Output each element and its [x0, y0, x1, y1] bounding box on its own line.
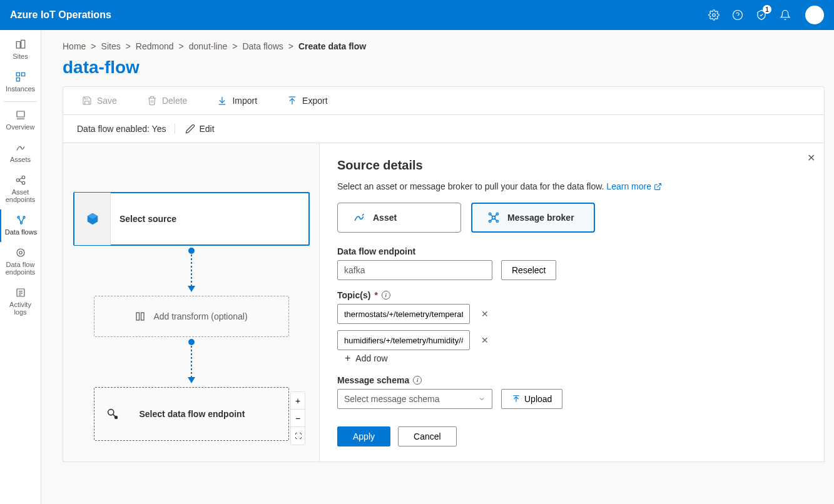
details-title: Source details [337, 158, 806, 173]
endpoint-node[interactable]: Select data flow endpoint [94, 387, 289, 441]
svg-rect-7 [16, 78, 19, 81]
svg-line-14 [19, 181, 22, 183]
sidebar-item-data-flows[interactable]: Data flows [0, 209, 41, 242]
chevron-down-icon [478, 395, 486, 403]
connector-arrow [191, 342, 192, 382]
toolbar: Save Delete Import Export [63, 86, 825, 115]
tab-message-broker[interactable]: Message broker [471, 203, 595, 233]
svg-line-42 [491, 219, 493, 221]
svg-line-13 [19, 178, 22, 179]
breadcrumb-link[interactable]: donut-line [189, 41, 228, 51]
svg-rect-3 [16, 42, 20, 49]
topic-input[interactable] [337, 304, 470, 324]
endpoint-input[interactable] [337, 260, 492, 280]
breadcrumb-link[interactable]: Redmond [136, 41, 174, 51]
breadcrumb-link[interactable]: Sites [101, 41, 121, 51]
help-icon[interactable] [731, 9, 744, 21]
breadcrumb-link[interactable]: Home [63, 41, 86, 51]
activity-logs-icon [15, 287, 26, 298]
svg-rect-8 [17, 111, 24, 117]
schema-select[interactable]: Select message schema [337, 389, 492, 409]
svg-line-43 [495, 219, 497, 221]
export-button[interactable]: Export [287, 96, 327, 106]
sidebar-item-asset-endpoints[interactable]: Asset endpoints [0, 169, 41, 209]
tab-asset[interactable]: Asset [337, 203, 461, 233]
sidebar-item-sites[interactable]: Sites [0, 34, 41, 66]
topbar-actions: 1 [708, 6, 824, 24]
source-node[interactable]: Select source [73, 192, 310, 246]
zoom-out-button[interactable]: − [291, 410, 305, 427]
learn-more-link[interactable]: Learn more [606, 181, 661, 191]
remove-topic-button[interactable]: ✕ [479, 306, 491, 321]
upload-button[interactable]: Upload [501, 389, 562, 409]
avatar[interactable] [805, 6, 824, 24]
transform-icon [135, 311, 146, 322]
svg-point-0 [713, 14, 716, 17]
svg-point-21 [19, 251, 22, 255]
breadcrumb-current: Create data flow [298, 41, 366, 51]
flow-canvas[interactable]: Select source Add transform (optional) [63, 143, 319, 461]
svg-line-40 [491, 215, 493, 217]
transform-node[interactable]: Add transform (optional) [94, 296, 289, 337]
svg-point-17 [20, 222, 22, 224]
delete-icon [147, 96, 157, 106]
sidebar-item-overview[interactable]: Overview [0, 104, 41, 137]
broker-icon [487, 211, 500, 224]
info-icon[interactable]: i [413, 376, 422, 385]
sidebar-item-activity-logs[interactable]: Activity logs [0, 282, 41, 322]
sites-icon [15, 39, 26, 50]
endpoint-label: Data flow endpoint [337, 246, 806, 256]
edit-button[interactable]: Edit [185, 124, 214, 134]
info-icon[interactable]: i [382, 291, 390, 300]
svg-rect-6 [21, 73, 24, 76]
app-title: Azure IoT Operations [10, 9, 111, 21]
add-row-button[interactable]: +Add row [345, 353, 806, 364]
svg-point-12 [22, 181, 25, 184]
data-flow-endpoints-icon [15, 247, 26, 258]
apply-button[interactable]: Apply [337, 426, 390, 446]
instances-icon [15, 71, 26, 83]
sidebar-item-instances[interactable]: Instances [0, 66, 41, 99]
schema-label: Message schema i [337, 375, 806, 385]
import-button[interactable]: Import [217, 96, 257, 106]
svg-point-39 [496, 220, 498, 222]
upload-icon [512, 395, 521, 403]
svg-point-38 [489, 220, 491, 222]
svg-rect-4 [21, 40, 24, 48]
import-icon [217, 96, 227, 106]
sidebar-item-data-flow-endpoints[interactable]: Data flow endpoints [0, 242, 41, 282]
diagnostics-icon[interactable]: 1 [755, 9, 768, 21]
notification-badge: 1 [763, 5, 771, 14]
settings-icon[interactable] [708, 9, 720, 21]
asset-icon [353, 211, 365, 224]
topic-input[interactable] [337, 330, 470, 350]
remove-topic-button[interactable]: ✕ [479, 333, 491, 348]
topbar: Azure IoT Operations 1 [0, 0, 834, 30]
svg-point-36 [489, 213, 491, 215]
svg-line-18 [19, 218, 21, 222]
svg-line-34 [657, 184, 661, 188]
cube-icon [86, 212, 99, 226]
svg-point-37 [496, 213, 498, 215]
zoom-in-button[interactable]: + [291, 392, 305, 410]
reselect-button[interactable]: Reselect [501, 260, 556, 280]
svg-point-20 [17, 249, 24, 256]
endpoint-icon [106, 407, 120, 421]
breadcrumb-link[interactable]: Data flows [242, 41, 283, 51]
svg-line-19 [21, 218, 23, 222]
notifications-icon[interactable] [779, 9, 791, 21]
overview-icon [15, 109, 26, 121]
svg-point-16 [23, 216, 25, 218]
asset-endpoints-icon [15, 174, 26, 186]
svg-point-33 [114, 416, 117, 419]
sidebar-item-assets[interactable]: Assets [0, 137, 41, 169]
save-button[interactable]: Save [82, 96, 117, 106]
close-icon[interactable]: ✕ [807, 152, 815, 164]
svg-rect-5 [16, 73, 19, 76]
delete-button[interactable]: Delete [147, 96, 187, 106]
cancel-button[interactable]: Cancel [398, 426, 457, 446]
details-pane: ✕ Source details Select an asset or mess… [319, 143, 824, 461]
fit-view-button[interactable]: ⛶ [291, 427, 305, 445]
topics-label: Topic(s)* i [337, 290, 806, 300]
breadcrumb: Home> Sites> Redmond> donut-line> Data f… [63, 41, 834, 51]
